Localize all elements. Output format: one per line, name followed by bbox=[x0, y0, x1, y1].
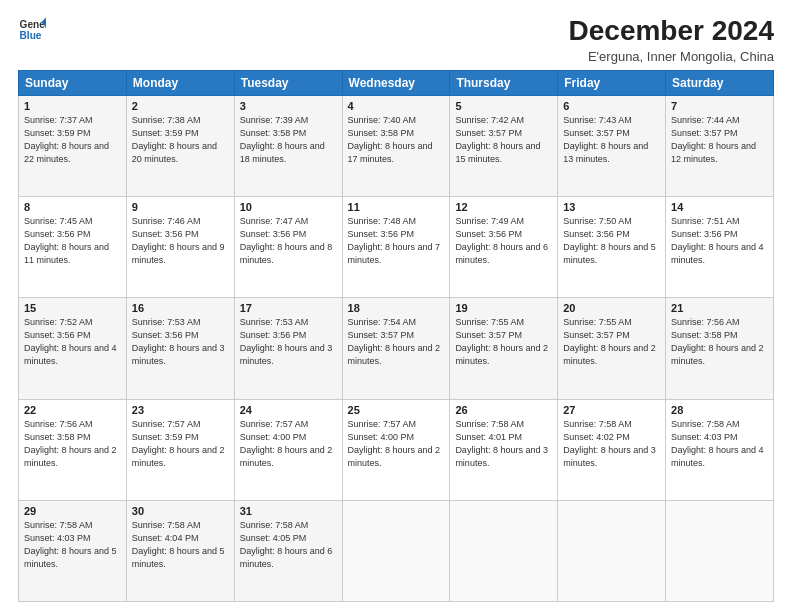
table-row: 7Sunrise: 7:44 AMSunset: 3:57 PMDaylight… bbox=[666, 95, 774, 196]
table-row: 14Sunrise: 7:51 AMSunset: 3:56 PMDayligh… bbox=[666, 197, 774, 298]
table-row: 28Sunrise: 7:58 AMSunset: 4:03 PMDayligh… bbox=[666, 399, 774, 500]
day-number: 25 bbox=[348, 404, 445, 416]
table-row: 10Sunrise: 7:47 AMSunset: 3:56 PMDayligh… bbox=[234, 197, 342, 298]
table-row bbox=[558, 500, 666, 601]
day-info: Sunrise: 7:44 AMSunset: 3:57 PMDaylight:… bbox=[671, 114, 768, 166]
table-row: 4Sunrise: 7:40 AMSunset: 3:58 PMDaylight… bbox=[342, 95, 450, 196]
table-row: 11Sunrise: 7:48 AMSunset: 3:56 PMDayligh… bbox=[342, 197, 450, 298]
calendar-week-row: 8Sunrise: 7:45 AMSunset: 3:56 PMDaylight… bbox=[19, 197, 774, 298]
day-number: 28 bbox=[671, 404, 768, 416]
header-thursday: Thursday bbox=[450, 70, 558, 95]
day-number: 3 bbox=[240, 100, 337, 112]
day-info: Sunrise: 7:45 AMSunset: 3:56 PMDaylight:… bbox=[24, 215, 121, 267]
day-info: Sunrise: 7:57 AMSunset: 4:00 PMDaylight:… bbox=[240, 418, 337, 470]
table-row: 24Sunrise: 7:57 AMSunset: 4:00 PMDayligh… bbox=[234, 399, 342, 500]
calendar-week-row: 22Sunrise: 7:56 AMSunset: 3:58 PMDayligh… bbox=[19, 399, 774, 500]
day-info: Sunrise: 7:48 AMSunset: 3:56 PMDaylight:… bbox=[348, 215, 445, 267]
table-row bbox=[450, 500, 558, 601]
day-number: 14 bbox=[671, 201, 768, 213]
header-monday: Monday bbox=[126, 70, 234, 95]
day-info: Sunrise: 7:54 AMSunset: 3:57 PMDaylight:… bbox=[348, 316, 445, 368]
day-info: Sunrise: 7:57 AMSunset: 3:59 PMDaylight:… bbox=[132, 418, 229, 470]
day-info: Sunrise: 7:52 AMSunset: 3:56 PMDaylight:… bbox=[24, 316, 121, 368]
day-number: 27 bbox=[563, 404, 660, 416]
day-info: Sunrise: 7:47 AMSunset: 3:56 PMDaylight:… bbox=[240, 215, 337, 267]
day-info: Sunrise: 7:38 AMSunset: 3:59 PMDaylight:… bbox=[132, 114, 229, 166]
day-number: 31 bbox=[240, 505, 337, 517]
day-info: Sunrise: 7:55 AMSunset: 3:57 PMDaylight:… bbox=[563, 316, 660, 368]
table-row: 8Sunrise: 7:45 AMSunset: 3:56 PMDaylight… bbox=[19, 197, 127, 298]
table-row: 15Sunrise: 7:52 AMSunset: 3:56 PMDayligh… bbox=[19, 298, 127, 399]
day-number: 4 bbox=[348, 100, 445, 112]
table-row: 29Sunrise: 7:58 AMSunset: 4:03 PMDayligh… bbox=[19, 500, 127, 601]
day-number: 9 bbox=[132, 201, 229, 213]
table-row: 20Sunrise: 7:55 AMSunset: 3:57 PMDayligh… bbox=[558, 298, 666, 399]
day-info: Sunrise: 7:55 AMSunset: 3:57 PMDaylight:… bbox=[455, 316, 552, 368]
logo: General Blue bbox=[18, 16, 46, 44]
header-saturday: Saturday bbox=[666, 70, 774, 95]
table-row: 21Sunrise: 7:56 AMSunset: 3:58 PMDayligh… bbox=[666, 298, 774, 399]
logo-icon: General Blue bbox=[18, 16, 46, 44]
table-row: 13Sunrise: 7:50 AMSunset: 3:56 PMDayligh… bbox=[558, 197, 666, 298]
svg-text:Blue: Blue bbox=[20, 30, 42, 41]
day-info: Sunrise: 7:58 AMSunset: 4:05 PMDaylight:… bbox=[240, 519, 337, 571]
day-number: 18 bbox=[348, 302, 445, 314]
day-info: Sunrise: 7:53 AMSunset: 3:56 PMDaylight:… bbox=[240, 316, 337, 368]
table-row: 2Sunrise: 7:38 AMSunset: 3:59 PMDaylight… bbox=[126, 95, 234, 196]
calendar-table: Sunday Monday Tuesday Wednesday Thursday… bbox=[18, 70, 774, 602]
day-number: 7 bbox=[671, 100, 768, 112]
calendar-week-row: 15Sunrise: 7:52 AMSunset: 3:56 PMDayligh… bbox=[19, 298, 774, 399]
day-number: 12 bbox=[455, 201, 552, 213]
day-number: 23 bbox=[132, 404, 229, 416]
day-number: 26 bbox=[455, 404, 552, 416]
day-number: 1 bbox=[24, 100, 121, 112]
day-number: 20 bbox=[563, 302, 660, 314]
title-block: December 2024 E'erguna, Inner Mongolia, … bbox=[569, 16, 774, 64]
day-number: 11 bbox=[348, 201, 445, 213]
header-friday: Friday bbox=[558, 70, 666, 95]
day-info: Sunrise: 7:51 AMSunset: 3:56 PMDaylight:… bbox=[671, 215, 768, 267]
table-row: 27Sunrise: 7:58 AMSunset: 4:02 PMDayligh… bbox=[558, 399, 666, 500]
day-info: Sunrise: 7:58 AMSunset: 4:03 PMDaylight:… bbox=[671, 418, 768, 470]
header-wednesday: Wednesday bbox=[342, 70, 450, 95]
day-number: 2 bbox=[132, 100, 229, 112]
weekday-header-row: Sunday Monday Tuesday Wednesday Thursday… bbox=[19, 70, 774, 95]
header: General Blue December 2024 E'erguna, Inn… bbox=[18, 16, 774, 64]
day-info: Sunrise: 7:46 AMSunset: 3:56 PMDaylight:… bbox=[132, 215, 229, 267]
day-number: 22 bbox=[24, 404, 121, 416]
table-row bbox=[666, 500, 774, 601]
day-number: 10 bbox=[240, 201, 337, 213]
table-row: 6Sunrise: 7:43 AMSunset: 3:57 PMDaylight… bbox=[558, 95, 666, 196]
table-row: 31Sunrise: 7:58 AMSunset: 4:05 PMDayligh… bbox=[234, 500, 342, 601]
day-info: Sunrise: 7:58 AMSunset: 4:04 PMDaylight:… bbox=[132, 519, 229, 571]
table-row: 26Sunrise: 7:58 AMSunset: 4:01 PMDayligh… bbox=[450, 399, 558, 500]
header-sunday: Sunday bbox=[19, 70, 127, 95]
table-row bbox=[342, 500, 450, 601]
day-info: Sunrise: 7:43 AMSunset: 3:57 PMDaylight:… bbox=[563, 114, 660, 166]
day-number: 13 bbox=[563, 201, 660, 213]
table-row: 25Sunrise: 7:57 AMSunset: 4:00 PMDayligh… bbox=[342, 399, 450, 500]
day-info: Sunrise: 7:53 AMSunset: 3:56 PMDaylight:… bbox=[132, 316, 229, 368]
day-info: Sunrise: 7:40 AMSunset: 3:58 PMDaylight:… bbox=[348, 114, 445, 166]
table-row: 9Sunrise: 7:46 AMSunset: 3:56 PMDaylight… bbox=[126, 197, 234, 298]
main-title: December 2024 bbox=[569, 16, 774, 47]
table-row: 22Sunrise: 7:56 AMSunset: 3:58 PMDayligh… bbox=[19, 399, 127, 500]
header-tuesday: Tuesday bbox=[234, 70, 342, 95]
day-number: 17 bbox=[240, 302, 337, 314]
day-number: 8 bbox=[24, 201, 121, 213]
day-number: 19 bbox=[455, 302, 552, 314]
table-row: 5Sunrise: 7:42 AMSunset: 3:57 PMDaylight… bbox=[450, 95, 558, 196]
day-info: Sunrise: 7:37 AMSunset: 3:59 PMDaylight:… bbox=[24, 114, 121, 166]
subtitle: E'erguna, Inner Mongolia, China bbox=[569, 49, 774, 64]
calendar-header: Sunday Monday Tuesday Wednesday Thursday… bbox=[19, 70, 774, 95]
day-info: Sunrise: 7:58 AMSunset: 4:01 PMDaylight:… bbox=[455, 418, 552, 470]
day-info: Sunrise: 7:50 AMSunset: 3:56 PMDaylight:… bbox=[563, 215, 660, 267]
table-row: 18Sunrise: 7:54 AMSunset: 3:57 PMDayligh… bbox=[342, 298, 450, 399]
day-number: 30 bbox=[132, 505, 229, 517]
day-number: 29 bbox=[24, 505, 121, 517]
day-number: 24 bbox=[240, 404, 337, 416]
calendar-week-row: 1Sunrise: 7:37 AMSunset: 3:59 PMDaylight… bbox=[19, 95, 774, 196]
table-row: 17Sunrise: 7:53 AMSunset: 3:56 PMDayligh… bbox=[234, 298, 342, 399]
table-row: 12Sunrise: 7:49 AMSunset: 3:56 PMDayligh… bbox=[450, 197, 558, 298]
day-info: Sunrise: 7:56 AMSunset: 3:58 PMDaylight:… bbox=[671, 316, 768, 368]
